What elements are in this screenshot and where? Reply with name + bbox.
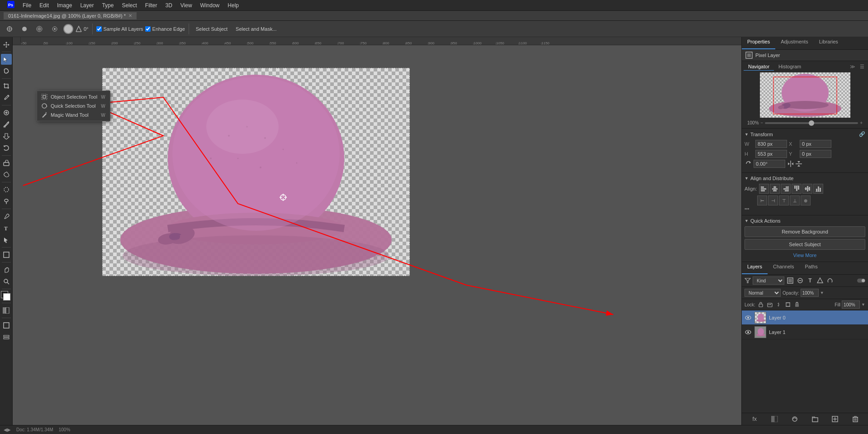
navigator-expand[interactable]: ≫ <box>848 63 857 71</box>
zoom-out-icon[interactable]: − <box>761 120 764 125</box>
color-swatches[interactable] <box>1 291 12 301</box>
y-input[interactable] <box>800 150 831 158</box>
selection-tool[interactable] <box>1 54 12 65</box>
lock-artboard-icon[interactable] <box>784 301 792 308</box>
flip-h-icon[interactable] <box>787 160 794 167</box>
select-subject-quick-button[interactable]: Select Subject <box>745 239 865 250</box>
select-and-mask-button[interactable]: Select and Mask... <box>232 24 280 33</box>
sample-all-layers-check[interactable]: Sample All Layers <box>96 26 143 32</box>
move-tool[interactable] <box>1 39 12 50</box>
view-more-link[interactable]: View More <box>745 252 865 259</box>
brush-tool-button[interactable] <box>3 24 16 34</box>
menu-edit[interactable]: Edit <box>36 1 52 10</box>
tab-close-icon[interactable]: ✕ <box>128 13 132 18</box>
tab-channels[interactable]: Channels <box>768 262 799 274</box>
rotation-input[interactable] <box>754 160 785 168</box>
layer-add-button[interactable] <box>831 415 839 423</box>
brush-option-2[interactable] <box>48 24 62 34</box>
flip-v-icon[interactable] <box>795 160 802 167</box>
tab-properties[interactable]: Properties <box>742 37 775 49</box>
blend-mode-select[interactable]: Normal <box>745 289 781 297</box>
align-section-header[interactable]: ▼ Align and Distribute <box>745 176 865 181</box>
quick-actions-header[interactable]: ▼ Quick Actions <box>745 218 865 224</box>
menu-file[interactable]: File <box>19 1 35 10</box>
menu-help[interactable]: Help <box>224 1 242 10</box>
menu-ps[interactable]: Ps <box>4 0 18 10</box>
align-middle-v-btn[interactable] <box>802 184 812 194</box>
align-left-btn[interactable] <box>759 184 769 194</box>
layer-adjustment-button[interactable] <box>791 415 799 423</box>
hand-tool[interactable] <box>1 264 12 275</box>
align-right-btn[interactable] <box>781 184 791 194</box>
healing-tool[interactable] <box>1 107 12 118</box>
tab-layers[interactable]: Layers <box>742 262 768 274</box>
fill-arrow[interactable]: ▼ <box>861 302 865 307</box>
menu-image[interactable]: Image <box>53 1 76 10</box>
lock-transparent-icon[interactable] <box>757 301 764 308</box>
lock-position-icon[interactable] <box>775 301 783 308</box>
x-input[interactable] <box>800 140 831 148</box>
distribute-right-btn[interactable]: ⊤ <box>779 196 789 205</box>
canvas-content[interactable]: Object Selection Tool W Quick Selection … <box>21 45 741 425</box>
extra-tools[interactable] <box>1 332 12 343</box>
align-center-h-btn[interactable] <box>770 184 780 194</box>
document-tab[interactable]: 0161-InlineImage14.jpg @ 100% (Layer 0, … <box>4 12 137 19</box>
pen-tool[interactable] <box>1 211 12 222</box>
layer-delete-button[interactable] <box>851 415 859 423</box>
context-menu-quick-selection[interactable]: Quick Selection Tool W <box>37 101 110 110</box>
quick-mask-tool[interactable] <box>1 305 12 316</box>
menu-filter[interactable]: Filter <box>142 1 161 10</box>
tab-histogram[interactable]: Histogram <box>774 63 806 71</box>
sample-all-layers-input[interactable] <box>96 26 102 32</box>
transform-section-header[interactable]: ▼ Transform 🔗 <box>745 131 865 137</box>
lock-all-icon[interactable] <box>793 301 801 308</box>
enhance-edge-check[interactable]: Enhance Edge <box>145 26 185 32</box>
distribute-bottom-btn[interactable]: ⊕ <box>801 196 811 205</box>
filter-shape-icon[interactable] <box>816 277 824 285</box>
context-menu-magic-wand[interactable]: Magic Wand Tool W <box>37 110 110 119</box>
layer-mask-button[interactable] <box>771 415 779 423</box>
distribute-center-h-btn[interactable]: ⊣ <box>768 196 778 205</box>
tab-adjustments[interactable]: Adjustments <box>775 37 814 49</box>
opacity-input[interactable] <box>801 289 819 297</box>
menu-select[interactable]: Select <box>118 1 140 10</box>
distribute-top-btn[interactable]: ⊥ <box>790 196 800 205</box>
zoom-tool[interactable] <box>1 276 12 287</box>
dodge-tool[interactable] <box>1 196 12 207</box>
distribute-left-btn[interactable]: ⊢ <box>757 196 767 205</box>
w-input[interactable] <box>755 140 787 148</box>
fill-input[interactable] <box>842 300 860 309</box>
blur-tool[interactable] <box>1 184 12 195</box>
layers-kind-select[interactable]: Kind <box>753 277 784 285</box>
menu-3d[interactable]: 3D <box>161 1 175 10</box>
zoom-slider[interactable] <box>765 122 858 124</box>
align-top-btn[interactable] <box>792 184 802 194</box>
more-options[interactable]: ••• <box>745 205 865 212</box>
layer-item-0[interactable]: Layer 0 <box>742 310 868 325</box>
navigator-menu[interactable]: ☰ <box>858 63 866 71</box>
layer-1-visibility[interactable] <box>745 329 752 336</box>
layer-group-button[interactable] <box>811 415 819 423</box>
eyedropper-tool[interactable] <box>1 92 12 103</box>
crop-tool[interactable] <box>1 81 12 91</box>
brush-tool-left[interactable] <box>1 119 12 130</box>
filter-toggle[interactable] <box>857 277 865 285</box>
paint-bucket-tool[interactable] <box>1 169 12 180</box>
layer-fx-button[interactable]: fx <box>750 415 759 423</box>
menu-window[interactable]: Window <box>197 1 223 10</box>
select-subject-button[interactable]: Select Subject <box>193 24 231 33</box>
h-input[interactable] <box>755 150 787 158</box>
lock-image-icon[interactable] <box>766 301 773 308</box>
filter-pixel-icon[interactable] <box>786 277 794 285</box>
screen-mode-tool[interactable] <box>1 320 12 331</box>
rectangle-tool[interactable] <box>1 249 12 260</box>
zoom-in-icon[interactable]: + <box>860 120 863 125</box>
path-selection-tool[interactable] <box>1 234 12 245</box>
layer-item-1[interactable]: Layer 1 <box>742 325 868 339</box>
menu-type[interactable]: Type <box>98 1 117 10</box>
clone-stamp-tool[interactable] <box>1 131 12 142</box>
layer-0-visibility[interactable] <box>745 314 752 321</box>
history-brush-tool[interactable] <box>1 143 12 153</box>
tab-navigator[interactable]: Navigator <box>744 63 774 71</box>
filter-smart-icon[interactable] <box>826 277 834 285</box>
